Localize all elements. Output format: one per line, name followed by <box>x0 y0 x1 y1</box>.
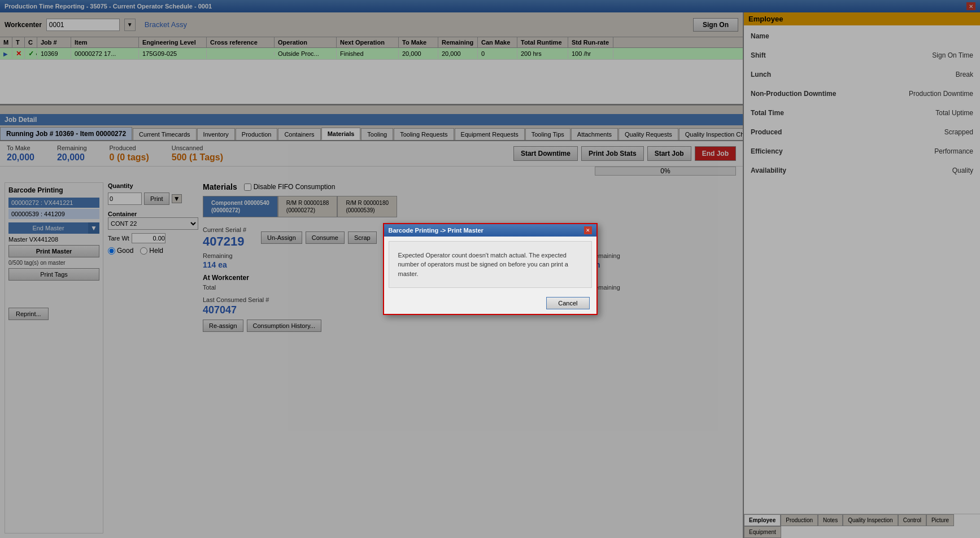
modal-title: Barcode Printing -> Print Master <box>389 227 484 234</box>
modal-close-button[interactable]: ✕ <box>584 226 592 234</box>
modal-body: Expected Operator count doesn't match ac… <box>389 241 592 288</box>
modal-cancel-button[interactable]: Cancel <box>546 297 589 309</box>
modal-dialog: Barcode Printing -> Print Master ✕ Expec… <box>383 223 598 316</box>
modal-footer: Cancel <box>384 292 596 314</box>
modal-titlebar: Barcode Printing -> Print Master ✕ <box>384 224 596 237</box>
modal-message: Expected Operator count doesn't match ac… <box>398 251 582 279</box>
modal-overlay: Barcode Printing -> Print Master ✕ Expec… <box>0 0 980 538</box>
